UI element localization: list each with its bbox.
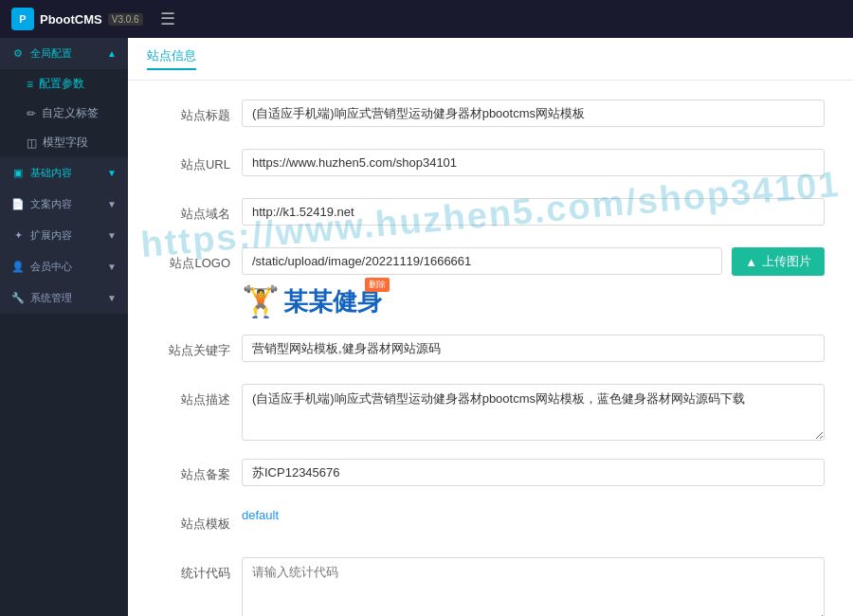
site-logo-label: 站点LOGO: [156, 247, 242, 272]
form-row-site-title: 站点标题: [156, 100, 825, 134]
keywords-label: 站点关键字: [156, 335, 242, 359]
logo-preview: 🏋 某某健身: [242, 283, 382, 319]
form-row-site-name: 站点域名: [156, 198, 825, 232]
site-logo-field: ▲ 上传图片 🏋 某某健身 删除: [242, 247, 825, 319]
site-title-label: 站点标题: [156, 100, 242, 124]
model-icon: ◫: [27, 136, 37, 150]
form-row-record: 站点备案: [156, 459, 825, 493]
logo-preview-area: 🏋 某某健身 删除: [242, 283, 382, 319]
logo-icon: P: [11, 8, 34, 30]
sidebar-item-doc-content[interactable]: 📄 文案内容 ▼: [0, 189, 128, 220]
main-content: 站点信息 https://www.huzhen5.com/shop34101 站…: [128, 38, 853, 616]
stats-label: 统计代码: [156, 557, 242, 582]
topbar: P PbootCMS V3.0.6 ☰: [0, 0, 853, 38]
sidebar-item-basic-content[interactable]: ▣ 基础内容 ▼: [0, 157, 128, 189]
stats-textarea[interactable]: [242, 557, 825, 616]
stats-field: [242, 557, 825, 616]
gear-icon: ⚙: [11, 47, 25, 60]
arrow-icon-system: ▼: [107, 293, 117, 303]
record-field: [242, 459, 825, 486]
sidebar-item-custom-label[interactable]: ✏ 自定义标签: [0, 99, 128, 128]
form-row-keywords: 站点关键字: [156, 335, 825, 369]
arrow-icon-doc: ▼: [107, 199, 117, 209]
form-row-site-logo: 站点LOGO ▲ 上传图片 🏋 某某健身: [156, 247, 825, 319]
logo-gym-icon: 🏋: [242, 283, 280, 319]
form-row-site-url: 站点URL: [156, 149, 825, 183]
site-url-field: [242, 149, 825, 176]
record-label: 站点备案: [156, 459, 242, 483]
record-input[interactable]: [242, 459, 825, 486]
upload-image-button[interactable]: ▲ 上传图片: [732, 247, 825, 276]
sidebar-item-system[interactable]: 🔧 系统管理 ▼: [0, 282, 128, 314]
site-title-input[interactable]: [242, 100, 825, 127]
tab-site-info[interactable]: 站点信息: [147, 47, 196, 70]
sidebar-item-global-config[interactable]: ⚙ 全局配置 ▲: [0, 38, 128, 69]
template-label: 站点模板: [156, 508, 242, 533]
version-badge: V3.0.6: [108, 13, 143, 26]
doc-icon: 📄: [11, 198, 25, 210]
template-link[interactable]: default: [242, 508, 279, 522]
sidebar-item-member[interactable]: 👤 会员中心 ▼: [0, 251, 128, 282]
sidebar: ⚙ 全局配置 ▲ ≡ 配置参数 ✏ 自定义标签 ◫ 模型字段 ▣ 基础内容 ▼ …: [0, 38, 128, 616]
content-header: 站点信息: [128, 38, 853, 81]
sidebar-item-model-field[interactable]: ◫ 模型字段: [0, 128, 128, 157]
system-icon: 🔧: [11, 292, 25, 304]
sub-icon: ≡: [27, 78, 33, 91]
site-name-input[interactable]: [242, 198, 825, 226]
menu-toggle-icon[interactable]: ☰: [160, 9, 175, 29]
arrow-icon-ext: ▼: [107, 230, 117, 241]
ext-icon: ✦: [11, 229, 25, 242]
template-field: default: [242, 508, 825, 522]
upload-icon: ▲: [745, 255, 757, 269]
basic-icon: ▣: [11, 167, 25, 179]
arrow-icon-member: ▼: [107, 262, 117, 272]
description-field: (自适应手机端)响应式营销型运动健身器材pbootcms网站模板，蓝色健身器材网…: [242, 384, 825, 444]
keywords-field: [242, 335, 825, 362]
form-container: https://www.huzhen5.com/shop34101 站点标题 站…: [128, 81, 853, 616]
description-label: 站点描述: [156, 384, 242, 408]
site-title-field: [242, 100, 825, 127]
arrow-icon: ▲: [107, 48, 117, 59]
form-row-template: 站点模板 default: [156, 508, 825, 542]
sidebar-item-ext-content[interactable]: ✦ 扩展内容 ▼: [0, 220, 128, 251]
site-logo-path-input[interactable]: [242, 247, 722, 275]
logo-text: PbootCMS: [40, 12, 102, 27]
form-row-stats: 统计代码: [156, 557, 825, 616]
site-name-field: [242, 198, 825, 226]
edit-icon: ✏: [27, 107, 36, 120]
site-url-input[interactable]: [242, 149, 825, 176]
sidebar-item-config-params[interactable]: ≡ 配置参数: [0, 69, 128, 99]
delete-logo-badge[interactable]: 删除: [365, 278, 390, 292]
form-row-description: 站点描述 (自适应手机端)响应式营销型运动健身器材pbootcms网站模板，蓝色…: [156, 384, 825, 444]
keywords-input[interactable]: [242, 335, 825, 362]
site-url-label: 站点URL: [156, 149, 242, 173]
site-name-label: 站点域名: [156, 198, 242, 223]
description-textarea[interactable]: (自适应手机端)响应式营销型运动健身器材pbootcms网站模板，蓝色健身器材网…: [242, 384, 825, 441]
member-icon: 👤: [11, 261, 25, 273]
arrow-icon-basic: ▼: [107, 168, 117, 178]
topbar-logo: P PbootCMS V3.0.6: [11, 8, 143, 30]
